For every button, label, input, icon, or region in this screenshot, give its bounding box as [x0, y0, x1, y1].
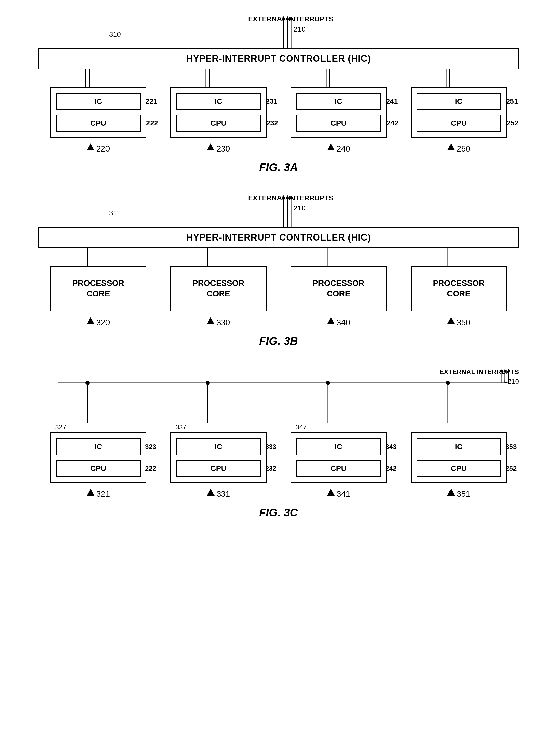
ic-box-3-3c: IC 343: [296, 438, 381, 455]
fig3a-section: EXTERNAL INTERRUPTS 210 310 HYPER-INTERR…: [20, 15, 537, 174]
svg-marker-14: [87, 143, 94, 150]
ext-int-ref-3b: 210: [294, 204, 305, 212]
svg-marker-50: [447, 489, 455, 496]
ic-ref-1-3a: 221: [146, 97, 157, 105]
core-col-4-3a: IC 251 CPU 252 250: [411, 87, 507, 154]
ic-cpu-box-2-3a: IC 231 CPU 232: [171, 87, 267, 138]
box-ref-3-3c: 341: [337, 489, 350, 499]
ext-int-ref-3a: 210: [294, 25, 305, 33]
box-ref-2-3a: 230: [216, 144, 230, 154]
svg-marker-30: [327, 317, 335, 324]
hic-ref-3b: 311: [109, 209, 121, 217]
cpu-box-4-3c: CPU 252: [417, 460, 501, 477]
svg-marker-15: [207, 143, 214, 150]
cores-row-3a: IC 221 CPU 222 220 IC 231: [38, 87, 519, 154]
cpu-box-4-3a: CPU 252: [417, 115, 501, 132]
ic-cpu-box-1-3a: IC 221 CPU 222: [50, 87, 146, 138]
ic-ref-2-3a: 231: [266, 97, 278, 105]
core-col-2-3c: 337 IC 333 CPU 232 331: [171, 423, 267, 499]
cpu-box-2-3a: CPU 232: [176, 115, 261, 132]
cpu-ref-1-3c: 222: [145, 465, 156, 473]
svg-point-38: [326, 381, 330, 385]
ic-box-3-3a: IC 241: [296, 93, 381, 110]
ic-box-1-3a: IC 221: [56, 93, 141, 110]
cpu-ref-3-3c: 242: [385, 465, 397, 473]
ic-ref-4-3a: 251: [506, 97, 518, 105]
box-ref-3-3a: 240: [337, 144, 350, 154]
cpu-ref-2-3c: 232: [265, 465, 276, 473]
cpu-ref-4-3a: 252: [507, 119, 519, 127]
ic-cpu-box-3-3a: IC 241 CPU 242: [291, 87, 387, 138]
ic-cpu-box-4-3a: IC 251 CPU 252: [411, 87, 507, 138]
hic-ref-3a: 310: [109, 30, 121, 38]
ic-ref-3-3c: 343: [385, 443, 397, 451]
box-ref-1-3a: 220: [96, 144, 110, 154]
fig3b-caption: FIG. 3B: [20, 335, 537, 347]
core-col-1-3a: IC 221 CPU 222 220: [50, 87, 146, 154]
svg-marker-49: [327, 489, 335, 496]
proc-col-1-3b: PROCESSOR CORE 320: [50, 266, 146, 327]
box-ref-2-3c: 331: [216, 489, 230, 499]
cpu-box-1-3a: CPU 222: [56, 115, 141, 132]
core-col-3-3a: IC 241 CPU 242 240: [291, 87, 387, 154]
proc-core-1-3b: PROCESSOR CORE: [50, 266, 146, 311]
ext-interrupts-label-3b: EXTERNAL INTERRUPTS: [248, 194, 333, 202]
box-ref-4-3c: 351: [457, 489, 470, 499]
box-ref-4-3a: 250: [457, 144, 470, 154]
ic-box-2-3c: IC 333: [176, 438, 261, 455]
fig3c-section: EXTERNAL INTERRUPTS ↳210 327 IC 323: [20, 368, 537, 519]
ic-cpu-box-4-3c: IC 353 CPU 252: [411, 432, 507, 483]
cpu-ref-3-3a: 242: [386, 119, 399, 127]
svg-point-34: [86, 381, 90, 385]
cpu-ref-4-3c: 252: [506, 465, 517, 473]
core-col-4-3c: 0 IC 353 CPU 252 351: [411, 423, 507, 499]
ic-line-ref-2-3c: 337: [171, 423, 186, 431]
core-col-1-3c: 327 IC 323 CPU 222 321: [50, 423, 146, 499]
ic-line-ref-3-3c: 347: [291, 423, 306, 431]
ic-box-4-3c: IC 353: [417, 438, 501, 455]
ic-cpu-box-3-3c: IC 343 CPU 242: [291, 432, 387, 483]
ic-ref-2-3c: 333: [265, 443, 276, 451]
ic-ref-3-3a: 241: [386, 97, 398, 105]
core-col-3-3c: 347 IC 343 CPU 242 341: [291, 423, 387, 499]
ic-box-2-3a: IC 231: [176, 93, 261, 110]
box-ref-2-3b: 330: [216, 318, 230, 327]
proc-col-3-3b: PROCESSOR CORE 340: [291, 266, 387, 327]
ic-ref-1-3c: 323: [145, 443, 156, 451]
ic-cpu-box-2-3c: IC 333 CPU 232: [171, 432, 267, 483]
ext-interrupts-label-3c: EXTERNAL INTERRUPTS ↳210: [440, 368, 519, 386]
ic-box-4-3a: IC 251: [417, 93, 501, 110]
svg-marker-29: [207, 317, 214, 324]
svg-marker-16: [327, 143, 335, 150]
proc-core-2-3b: PROCESSOR CORE: [171, 266, 267, 311]
proc-col-4-3b: PROCESSOR CORE 350: [411, 266, 507, 327]
hic-bar-3a: HYPER-INTERRUPT CONTROLLER (HIC): [38, 48, 519, 69]
svg-marker-47: [87, 489, 94, 496]
box-ref-1-3b: 320: [96, 318, 110, 327]
cpu-box-2-3c: CPU 232: [176, 460, 261, 477]
svg-marker-48: [207, 489, 214, 496]
proc-col-2-3b: PROCESSOR CORE 330: [171, 266, 267, 327]
svg-marker-17: [447, 143, 455, 150]
fig3c-caption: FIG. 3C: [20, 506, 537, 519]
box-ref-3-3b: 340: [337, 318, 350, 327]
cores-row-3c: 327 IC 323 CPU 222 321: [38, 423, 519, 499]
hic-bar-3b: HYPER-INTERRUPT CONTROLLER (HIC): [38, 227, 519, 248]
ic-ref-4-3c: 353: [506, 443, 517, 451]
fig3b-section: EXTERNAL INTERRUPTS 210 311 HYPER-INTERR…: [20, 194, 537, 347]
box-ref-1-3c: 321: [96, 489, 110, 499]
svg-marker-28: [87, 317, 94, 324]
cpu-box-1-3c: CPU 222: [56, 460, 141, 477]
box-ref-4-3b: 350: [457, 318, 470, 327]
ic-line-ref-1-3c: 327: [50, 423, 66, 431]
fig3a-caption: FIG. 3A: [20, 161, 537, 174]
cpu-box-3-3c: CPU 242: [296, 460, 381, 477]
cpu-box-3-3a: CPU 242: [296, 115, 381, 132]
proc-core-3-3b: PROCESSOR CORE: [291, 266, 387, 311]
cpu-ref-2-3a: 232: [266, 119, 278, 127]
core-col-2-3a: IC 231 CPU 232 230: [171, 87, 267, 154]
ic-cpu-box-1-3c: IC 323 CPU 222: [50, 432, 146, 483]
proc-core-4-3b: PROCESSOR CORE: [411, 266, 507, 311]
ext-interrupts-label-3a: EXTERNAL INTERRUPTS: [248, 15, 333, 23]
cores-row-3b: PROCESSOR CORE 320 PROCESSOR CORE 330: [38, 266, 519, 327]
